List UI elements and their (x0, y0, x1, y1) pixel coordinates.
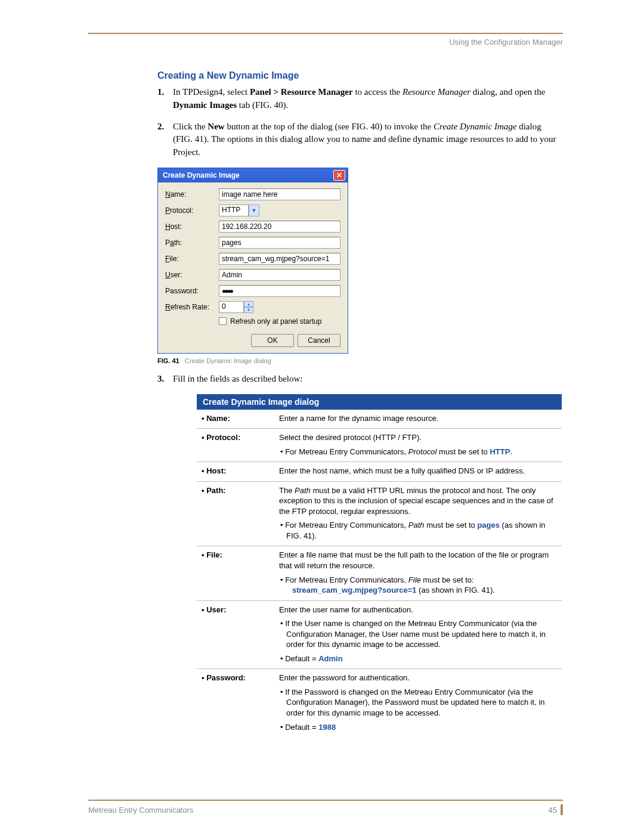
create-dynamic-image-dialog: Create Dynamic Image ✕ Name: image name … (157, 168, 348, 354)
table-row: Name: Enter a name for the dynamic image… (197, 410, 562, 429)
user-input[interactable]: Admin (219, 269, 340, 281)
row-user-label: User: (197, 600, 274, 669)
desc-table: Create Dynamic Image dialog Name: Enter … (197, 394, 562, 738)
close-icon[interactable]: ✕ (333, 170, 345, 181)
step-1: In TPDesign4, select Panel > Resource Ma… (157, 86, 563, 112)
desc-table-wrap: Create Dynamic Image dialog Name: Enter … (197, 394, 562, 738)
refresh-startup-checkbox[interactable] (219, 317, 227, 325)
user-label: User: (165, 271, 219, 279)
chevron-down-icon[interactable]: ▼ (244, 307, 253, 313)
step-3: Fill in the fields as described below: (157, 373, 563, 386)
table-row: Protocol: Select the desired protocol (H… (197, 429, 562, 462)
refresh-startup-label: Refresh only at panel startup (230, 317, 321, 326)
chevron-up-icon[interactable]: ▲ (244, 301, 253, 307)
page-content: Using the Configuration Manager Creating… (88, 33, 563, 737)
refresh-label: Refresh Rate: (165, 303, 219, 311)
row-host-desc: Enter the host name, which must be a ful… (274, 462, 562, 482)
refresh-spinner[interactable]: ▲▼ (244, 301, 253, 313)
path-input[interactable]: pages (219, 237, 340, 249)
table-row: Password: Enter the password for authent… (197, 669, 562, 737)
row-name-label: Name: (197, 410, 274, 429)
top-rule (88, 33, 563, 34)
row-user-desc: Enter the user name for authentication. … (274, 600, 562, 669)
table-row: Host: Enter the host name, which must be… (197, 462, 562, 482)
protocol-select[interactable]: HTTP (219, 205, 249, 216)
refresh-input[interactable]: 0 (219, 301, 244, 313)
host-input[interactable]: 192.168.220.20 (219, 221, 340, 233)
name-input[interactable]: image name here (219, 188, 340, 200)
footer-left: Metreau Entry Communicators (88, 806, 193, 815)
row-protocol-label: Protocol: (197, 429, 274, 462)
running-header: Using the Configuration Manager (88, 38, 563, 47)
row-path-desc: The Path must be a valid HTTP URL minus … (274, 481, 562, 546)
step-2: Click the New button at the top of the d… (157, 120, 563, 159)
dialog-title: Create Dynamic Image (163, 171, 240, 179)
footer-mark-icon (561, 804, 563, 815)
row-name-desc: Enter a name for the dynamic image resou… (274, 410, 562, 429)
table-row: Path: The Path must be a valid HTTP URL … (197, 481, 562, 546)
host-label: Host: (165, 222, 219, 231)
protocol-label: Protocol: (165, 206, 219, 215)
file-input[interactable]: stream_cam_wg.mjpeg?source=1 (219, 253, 340, 265)
row-protocol-desc: Select the desired protocol (HTTP / FTP)… (274, 429, 562, 462)
page-number: 45 (549, 806, 557, 815)
password-label: Password: (165, 287, 219, 295)
figure-caption: FIG. 41 Create Dynamic Image dialog (157, 357, 563, 364)
table-row: User: Enter the user name for authentica… (197, 600, 562, 669)
table-row: File: Enter a file name that must be the… (197, 546, 562, 600)
main-content: Creating a New Dynamic Image In TPDesign… (157, 70, 563, 737)
steps-list-cont: Fill in the fields as described below: (157, 373, 563, 386)
row-file-desc: Enter a file name that must be the full … (274, 546, 562, 600)
dialog-titlebar: Create Dynamic Image ✕ (158, 168, 348, 182)
cancel-button[interactable]: Cancel (298, 334, 340, 347)
chevron-down-icon[interactable]: ▼ (249, 205, 259, 216)
row-host-label: Host: (197, 462, 274, 482)
row-password-desc: Enter the password for authentication. I… (274, 669, 562, 737)
figure-text: Create Dynamic Image dialog (185, 357, 271, 364)
password-input[interactable]: ●●●● (219, 285, 340, 297)
figure-label: FIG. 41 (157, 357, 179, 364)
section-heading: Creating a New Dynamic Image (157, 70, 563, 81)
dialog-body: Name: image name here Protocol: HTTP ▼ H… (158, 182, 348, 353)
row-password-label: Password: (197, 669, 274, 737)
page-footer: Metreau Entry Communicators 45 (88, 800, 563, 815)
name-label: Name: (165, 190, 219, 199)
path-label: Path: (165, 239, 219, 247)
row-file-label: File: (197, 546, 274, 600)
ok-button[interactable]: OK (251, 334, 294, 347)
steps-list: In TPDesign4, select Panel > Resource Ma… (157, 86, 563, 159)
row-path-label: Path: (197, 481, 274, 546)
file-label: File: (165, 255, 219, 263)
dialog-figure: Create Dynamic Image ✕ Name: image name … (157, 168, 563, 354)
desc-table-header: Create Dynamic Image dialog (197, 394, 562, 410)
